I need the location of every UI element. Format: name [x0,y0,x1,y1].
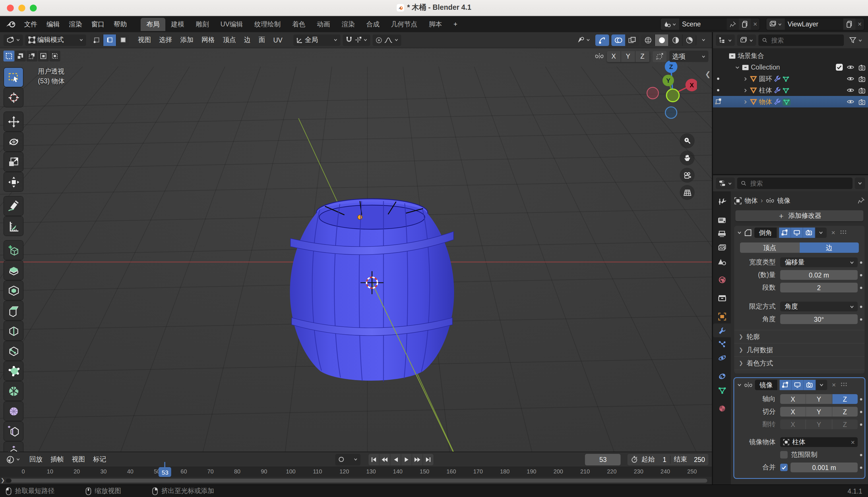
animate-dot[interactable] [860,318,862,320]
world-tab-icon[interactable] [713,273,731,287]
outliner-row[interactable]: 圆环 [713,73,868,84]
viewport-menu[interactable]: 边 [240,34,254,46]
scene-name-field[interactable]: Scene [679,18,727,30]
play-button[interactable] [401,454,412,465]
clear-mirror-object-button[interactable]: × [851,438,855,446]
new-scene-button[interactable] [739,18,751,30]
smooth-tool-button[interactable] [4,402,23,421]
viewlayer-tab-icon[interactable] [713,241,731,255]
bevel-extras-dropdown[interactable] [815,228,827,238]
animate-dot[interactable] [860,286,862,289]
playhead[interactable]: 53 [159,467,171,477]
select-extend-mode-button[interactable] [15,51,26,61]
face-select-mode-button[interactable] [117,34,129,46]
disable-render-toggle[interactable] [858,87,866,94]
poly-build-tool-button[interactable] [4,361,23,380]
auto-keying-toggle[interactable] [336,454,361,465]
current-frame-field[interactable]: 53 [585,454,621,465]
show-overlays-toggle[interactable] [612,34,625,46]
workspace-tab[interactable]: 合成 [361,17,385,31]
pan-view-button[interactable] [680,151,695,166]
bevel-render-toggle[interactable] [803,228,815,238]
snap-toggle-dropdown[interactable] [343,34,370,46]
workspace-tab[interactable]: 渲染 [336,17,361,31]
navigation-gizmo[interactable]: Z Y X [645,59,697,128]
shrink-fatten-tool-button[interactable] [4,442,23,452]
extrude-tool-button[interactable] [4,261,23,280]
outliner-row[interactable]: Collection [713,61,868,73]
timeline-expand-arrow[interactable]: ❯ [1,478,5,483]
bevel-section-profile[interactable]: ❯轮廓 [734,330,865,343]
outliner-filter-dropdown[interactable] [846,34,865,46]
measure-tool-button[interactable] [4,217,23,236]
add-workspace-button[interactable]: + [449,19,462,29]
outliner-search-input[interactable] [770,36,840,44]
start-frame-field[interactable]: 起始1 [642,455,666,464]
toggle-xray-button[interactable] [625,34,639,46]
drag-handle-icon[interactable] [840,382,847,388]
bevel-editmode-toggle[interactable] [779,228,791,238]
mirror-y-button[interactable]: Y [621,51,635,62]
viewport-menu[interactable]: 选择 [155,34,176,46]
timeline-editor-type-dropdown[interactable] [3,454,23,465]
properties-search-input[interactable] [749,179,849,187]
mirror-axis-z-button[interactable]: Z [832,407,858,416]
jump-next-keyframe-button[interactable] [412,454,423,465]
bevel-segments-field[interactable]: 2 [780,283,858,293]
expand-chevron-icon[interactable] [743,88,748,93]
disable-render-toggle[interactable] [858,75,866,82]
end-frame-field[interactable]: 结束250 [674,455,705,464]
bevel-affect-edges-button[interactable]: 边 [799,242,859,253]
drag-handle-icon[interactable] [840,230,847,236]
mirror-axis-x-button[interactable]: X [780,407,806,416]
viewport-menu[interactable]: UV [269,35,286,45]
timeline-menu[interactable]: 插帧 [46,453,68,465]
main-menu-1[interactable]: 编辑 [42,18,64,30]
blender-logo-icon[interactable] [6,20,16,28]
wireframe-shading-button[interactable] [641,34,655,46]
workspace-tab[interactable]: 几何节点 [385,17,423,31]
hide-viewport-toggle[interactable] [847,76,854,82]
annotate-tool-button[interactable] [4,197,23,215]
loop-cut-tool-button[interactable] [4,321,23,340]
outliner-search[interactable] [759,34,844,46]
viewport-menu[interactable]: 添加 [176,34,197,46]
expand-chevron-icon[interactable] [743,76,748,81]
select-set-mode-button[interactable] [3,51,14,61]
scene-browse-button[interactable] [661,18,679,30]
editor-type-dropdown[interactable] [3,34,23,46]
edge-select-mode-button[interactable] [103,34,117,46]
mirror-realtime-toggle[interactable] [792,380,804,390]
constraints-tab-icon[interactable] [713,369,731,383]
mirror-axis-y-button[interactable]: Y [806,420,833,429]
visibility-dropdown[interactable] [574,34,593,46]
select-intersect-mode-button[interactable] [49,51,60,61]
proportional-editing-dropdown[interactable] [372,34,401,46]
expand-chevron-icon[interactable] [743,99,748,104]
pin-icon[interactable] [858,197,865,204]
timeline-scrollbar[interactable] [6,479,707,483]
viewport-menu[interactable]: 网格 [197,34,219,46]
viewport-menu[interactable]: 面 [254,34,269,46]
particles-tab-icon[interactable] [713,337,731,351]
mirror-name-field[interactable]: 镜像 [755,380,777,390]
3d-viewport[interactable]: 编辑模式 视图选 [0,32,712,452]
output-tab-icon[interactable] [713,227,731,241]
modifier-tab-icon[interactable] [713,324,731,337]
viewlayer-name-field[interactable]: ViewLayer [785,18,843,30]
transform-orientation-dropdown[interactable]: 全局 [293,34,340,46]
properties-editor-type-dropdown[interactable] [716,178,735,189]
mirror-render-toggle[interactable] [804,380,816,390]
bevel-angle-field[interactable]: 30° [780,314,858,324]
timeline-ruler[interactable]: 0102030405060708090100110120130140150160… [0,467,712,477]
timeline-menu[interactable]: 视图 [68,453,89,465]
bevel-section-geometry[interactable]: ❯几何数据 [734,343,865,356]
width-type-dropdown[interactable]: 偏移量 [780,257,858,267]
animate-dot[interactable] [860,274,862,276]
mirror-axis-y-button[interactable]: Y [806,407,833,416]
timeline-menu[interactable]: 回放 [25,453,46,465]
select-subtract-mode-button[interactable] [26,51,37,61]
add-cube-tool-button[interactable] [4,241,23,260]
spin-tool-button[interactable] [4,382,23,400]
disable-render-toggle[interactable] [858,99,866,105]
